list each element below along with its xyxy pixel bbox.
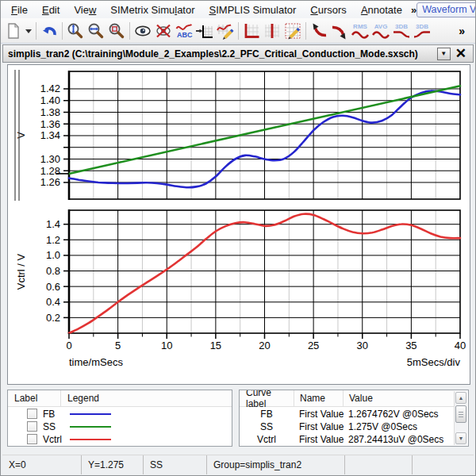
- add-axes-button[interactable]: [241, 21, 262, 41]
- curve-down-arrow-icon: [332, 27, 344, 34]
- 3db-lowpass-button[interactable]: 3DB: [391, 21, 412, 41]
- svg-text:1.40: 1.40: [40, 94, 60, 106]
- menu-overflow-chevron[interactable]: »: [411, 4, 416, 16]
- column-header-legend[interactable]: Legend: [60, 390, 232, 406]
- measurement-row-ss: SS First Value 1.275V @0Secs: [240, 420, 468, 432]
- edit-curve-button[interactable]: [215, 21, 236, 41]
- measurement-row-vctrl: Vctrl First Value 287.24413uV @0Secs: [240, 433, 468, 445]
- add-axis-icon: [203, 26, 213, 37]
- legend-row-ss: SS: [8, 420, 232, 432]
- svg-text:1.0: 1.0: [46, 249, 60, 261]
- svg-text:0: 0: [66, 340, 71, 351]
- menu-item-simetrix-simulator[interactable]: SIMetrix Simulator: [103, 2, 202, 17]
- column-header-value[interactable]: Value: [343, 390, 454, 406]
- svg-text:1.34: 1.34: [40, 129, 60, 141]
- legend-line-swatch: [70, 439, 111, 440]
- svg-text:5: 5: [115, 340, 121, 351]
- svg-text:35: 35: [405, 340, 416, 351]
- scroll-down-icon[interactable]: ▼: [455, 432, 466, 444]
- document-title-bar: simplis_tran2 (C:\training\Module_2_Exam…: [2, 44, 474, 63]
- legend-panel: Label Legend FB SS Vctrl: [7, 390, 232, 447]
- toolbar-separator: [129, 22, 130, 40]
- measurement-curve: FB: [240, 409, 294, 420]
- menu-item-annotate[interactable]: Annotate: [354, 2, 409, 17]
- plot-area: 1.261.281.301.341.361.381.401.42V0.20.40…: [7, 64, 470, 385]
- avg-measure-button[interactable]: AVG: [370, 21, 391, 41]
- document-title: simplis_tran2 (C:\training\Module_2_Exam…: [8, 48, 437, 60]
- lowpass-curve-icon: [393, 32, 409, 36]
- viewer-select-combobox[interactable]: Waveform Viewer ▼: [416, 2, 476, 17]
- column-header-name[interactable]: Name: [294, 390, 343, 406]
- add-vertical-marker-button[interactable]: [262, 21, 282, 41]
- menu-item-edit[interactable]: Edit: [35, 2, 67, 17]
- svg-text:40: 40: [455, 340, 466, 351]
- 3db-label: 3DB: [395, 23, 408, 30]
- svg-text:1.36: 1.36: [40, 118, 60, 130]
- svg-text:1.28: 1.28: [40, 165, 60, 177]
- toolbar-overflow-chevron[interactable]: »: [451, 25, 473, 37]
- new-file-button[interactable]: [3, 21, 24, 41]
- measurements-panel-header: Curve label Name Value: [240, 390, 454, 407]
- vertical-scrollbar[interactable]: ▲ ▼: [454, 391, 467, 445]
- column-header-label[interactable]: Label: [8, 390, 60, 406]
- curve-up-arrow-icon: [316, 28, 327, 35]
- zoom-box-button[interactable]: [106, 21, 127, 41]
- hide-curve-button[interactable]: [153, 21, 174, 41]
- measurement-row-fb: FB First Value 1.2674762V @0Secs: [240, 408, 468, 420]
- show-curve-button[interactable]: [132, 21, 153, 41]
- status-y-readout: Y=1.275: [82, 455, 144, 474]
- menu-item-file[interactable]: File: [4, 2, 35, 17]
- 3db-label: 3DB: [416, 23, 428, 30]
- legend-checkbox-ss[interactable]: [27, 421, 37, 432]
- svg-text:0.4: 0.4: [46, 296, 60, 308]
- chevron-down-icon: [25, 29, 32, 33]
- close-icon: ✕: [455, 46, 466, 61]
- bottom-panels: Label Legend FB SS Vctrl Curve label: [7, 390, 469, 447]
- toolbar: ABC RMS AVG 3DB: [1, 18, 475, 44]
- edit-grid-button[interactable]: [282, 21, 303, 41]
- measurements-panel: Curve label Name Value FB First Value 1.…: [239, 390, 469, 447]
- x-axis-label: time/mSecs: [69, 356, 123, 368]
- move-curve-up-button[interactable]: [309, 21, 329, 41]
- rms-measure-button[interactable]: RMS: [350, 21, 370, 41]
- 3db-highpass-button[interactable]: 3DB: [412, 21, 432, 41]
- waveform-plots[interactable]: 1.261.281.301.341.361.381.401.42V0.20.40…: [8, 65, 470, 384]
- y-axis-label: Vctrl / V: [15, 253, 27, 290]
- legend-checkbox-fb[interactable]: [27, 409, 37, 419]
- legend-line-swatch: [70, 426, 111, 428]
- svg-text:10: 10: [161, 340, 172, 351]
- new-file-icon: [9, 24, 18, 38]
- menu-item-cursors[interactable]: Cursors: [303, 2, 354, 17]
- status-bar: X=0 Y=1.275 SS Group=simplis_tran2: [2, 455, 474, 474]
- scrollbar-thumb[interactable]: [455, 405, 466, 423]
- menu-item-view[interactable]: View: [67, 2, 103, 17]
- measurement-curve: Vctrl: [240, 434, 294, 445]
- svg-text:1.42: 1.42: [40, 83, 60, 94]
- new-file-dropdown-button[interactable]: [24, 21, 33, 41]
- zoom-y-fit-button[interactable]: [65, 21, 86, 41]
- menu-item-simplis-simulator[interactable]: SIMPLIS Simulator: [202, 2, 304, 17]
- svg-text:15: 15: [210, 340, 221, 351]
- status-selected-curve: SS: [144, 455, 207, 474]
- avg-label: AVG: [374, 23, 388, 30]
- window-menu-button[interactable]: ▼: [437, 48, 451, 60]
- close-button[interactable]: ✕: [454, 47, 468, 60]
- add-axis-button[interactable]: [194, 21, 215, 41]
- measurement-curve: SS: [240, 421, 294, 432]
- zoom-x-fit-button[interactable]: [86, 21, 106, 41]
- label-curve-button[interactable]: ABC: [174, 21, 194, 41]
- toolbar-separator: [62, 22, 63, 40]
- legend-checkbox-vctrl[interactable]: [27, 434, 37, 444]
- column-header-curve-label[interactable]: Curve label: [240, 390, 294, 406]
- svg-text:1.38: 1.38: [40, 106, 60, 118]
- move-curve-down-button[interactable]: [329, 21, 350, 41]
- svg-text:0.8: 0.8: [46, 265, 60, 277]
- measurement-value: 287.24413uV @0Secs: [343, 434, 443, 445]
- undo-button[interactable]: [39, 21, 60, 41]
- svg-text:1.26: 1.26: [40, 176, 60, 188]
- svg-text:20: 20: [259, 340, 270, 351]
- scroll-up-icon[interactable]: ▲: [455, 392, 466, 404]
- svg-text:1.30: 1.30: [40, 153, 60, 165]
- sine-icon: [352, 32, 368, 37]
- viewer-combo-value: Waveform Viewer: [417, 4, 476, 15]
